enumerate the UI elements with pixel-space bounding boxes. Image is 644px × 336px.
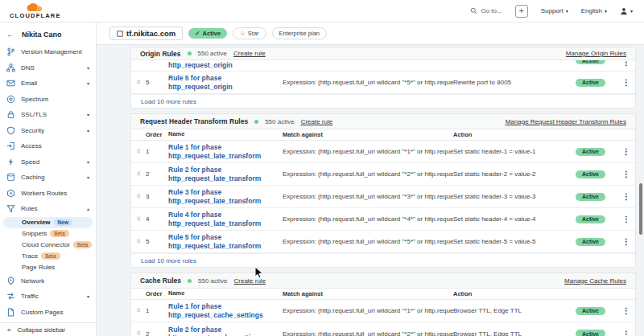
page-icon [6, 308, 15, 317]
sidebar-item-security[interactable]: Security ▾ [0, 123, 96, 139]
rule-name-link[interactable]: http_request_origin [168, 60, 283, 70]
drag-handle-icon[interactable]: ⠿ [131, 239, 146, 245]
kebab-menu-icon[interactable]: ⋮ [617, 147, 635, 156]
domain-label: tf.nikitac.com [126, 29, 175, 38]
sidebar-item-label: Custom Pages [21, 309, 63, 316]
rule-name-link[interactable]: Rule 3 for phase http_request_late_trans… [168, 188, 283, 205]
collapse-sidebar-button[interactable]: « Collapse sidebar [0, 322, 96, 336]
rule-name-link[interactable]: Rule 5 for phase http_request_origin [168, 74, 283, 91]
sidebar-subitem-cloud-connector[interactable]: Cloud Connector Beta [0, 240, 96, 251]
drag-handle-icon[interactable]: ⠿ [131, 308, 146, 314]
rule-name-line1: Rule 2 for phase [168, 326, 283, 334]
manage-rht-rules-link[interactable]: Manage Request Header Transform Rules [506, 118, 626, 125]
drag-handle-icon[interactable]: ⠿ [131, 149, 146, 155]
status-badge: Active [576, 330, 605, 336]
status-badge: Active [576, 238, 605, 246]
sidebar-item-access[interactable]: Access [0, 138, 96, 154]
rule-order: 5 [146, 238, 168, 245]
sidebar-item-label: DNS [21, 64, 35, 72]
star-button[interactable]: ☆ Star [233, 27, 266, 39]
table-row: ⠿ 1 Rule 1 for phase http_request_cache_… [131, 300, 635, 322]
support-menu[interactable]: Support ▾ [541, 7, 568, 14]
rule-name-link[interactable]: Rule 1 for phase http_request_late_trans… [168, 143, 283, 160]
zone-domain[interactable]: tf.nikitac.com [109, 27, 183, 40]
rule-name-link[interactable]: Rule 5 for phase http_request_late_trans… [168, 233, 283, 250]
rule-name-line1: Rule 5 for phase [168, 74, 283, 83]
rule-name-line1: Rule 2 for phase [168, 166, 283, 174]
site-icon [117, 31, 123, 37]
sidebar-item-rules[interactable]: Rules ▴ [0, 201, 96, 217]
kebab-menu-icon[interactable]: ⋮ [617, 78, 635, 87]
sidebar-item-email[interactable]: Email ▾ [0, 76, 96, 92]
table-row: ⠿ 5 Rule 5 for phase http_request_late_t… [131, 231, 635, 253]
rule-match: Expression: (http.request.full_uri wildc… [283, 238, 453, 245]
add-site-button[interactable]: + [515, 5, 528, 18]
table-column-headers: Order Name Match against Action [131, 129, 635, 141]
goto-search[interactable]: Go to... [470, 7, 502, 14]
create-rule-link[interactable]: Create rule [301, 118, 333, 125]
sidebar-item-dns[interactable]: DNS ▾ [0, 60, 96, 76]
sidebar-item-speed[interactable]: Speed ▾ [0, 154, 96, 170]
load-more-rules-link[interactable]: Load 10 more rules [131, 94, 635, 108]
status-badge: Active [576, 307, 605, 315]
request-header-transform-section: Request Header Transform Rules 550 activ… [130, 113, 636, 268]
rule-order: 2 [146, 170, 168, 178]
sidebar-subitem-overview[interactable]: Overview New [3, 217, 93, 228]
drag-handle-icon[interactable]: ⠿ [131, 330, 146, 336]
kebab-menu-icon[interactable]: ⋮ [617, 60, 635, 67]
workers-icon [6, 189, 15, 198]
rule-name-link[interactable]: Rule 4 for phase http_request_late_trans… [168, 211, 283, 227]
account-menu[interactable]: ▾ [620, 7, 633, 15]
sidebar-subitem-trace[interactable]: Trace Beta [0, 251, 96, 262]
table-row: ⠿ 1 Rule 1 for phase http_request_late_t… [131, 141, 635, 163]
kebab-menu-icon[interactable]: ⋮ [617, 170, 635, 178]
drag-handle-icon[interactable]: ⠿ [131, 216, 146, 223]
sidebar-item-custom-pages[interactable]: Custom Pages [0, 305, 96, 321]
back-arrow-icon[interactable]: ← [6, 30, 14, 39]
kebab-menu-icon[interactable]: ⋮ [617, 192, 635, 201]
rule-name-link[interactable]: Rule 2 for phase http_request_late_trans… [168, 166, 283, 182]
load-more-rules-link[interactable]: Load 10 more rules [131, 253, 635, 267]
sidebar-item-network[interactable]: Network [0, 273, 96, 289]
kebab-menu-icon[interactable]: ⋮ [617, 237, 635, 246]
database-icon [6, 173, 15, 182]
sidebar-item-caching[interactable]: Caching ▾ [0, 170, 96, 186]
sidebar-subitem-snippets[interactable]: Snippets Beta [0, 228, 96, 240]
new-badge: New [54, 219, 72, 226]
kebab-menu-icon[interactable]: ⋮ [617, 306, 635, 315]
kebab-menu-icon[interactable]: ⋮ [617, 330, 635, 336]
manage-cache-rules-link[interactable]: Manage Cache Rules [564, 277, 626, 285]
rule-name-line1: Rule 1 for phase [168, 302, 283, 311]
account-header[interactable]: ← Nikita Cano [0, 23, 96, 44]
create-rule-link[interactable]: Create rule [234, 277, 266, 285]
section-title: Cache Rules [140, 277, 181, 285]
sidebar-item-label: Traffic [21, 293, 39, 300]
cloudflare-logo[interactable]: CLOUDFLARE [10, 3, 61, 19]
branch-icon [6, 47, 15, 56]
rule-name-link[interactable]: Rule 1 for phase http_request_cache_sett… [168, 302, 283, 319]
sidebar-item-traffic[interactable]: Traffic ▾ [0, 289, 96, 305]
kebab-menu-icon[interactable]: ⋮ [617, 215, 635, 223]
drag-handle-icon[interactable]: ⠿ [131, 194, 146, 200]
chevron-up-icon: ▴ [87, 206, 89, 211]
sidebar-subitem-page-rules[interactable]: Page Rules [0, 262, 96, 273]
sidebar-item-label: Caching [21, 174, 44, 181]
rule-action: Set static header-5 = value-5 [453, 238, 576, 245]
vertical-scrollbar[interactable] [639, 183, 642, 235]
create-rule-link[interactable]: Create rule [233, 50, 266, 57]
sidebar-item-spectrum[interactable]: Spectrum [0, 92, 96, 108]
language-menu[interactable]: English ▾ [581, 7, 607, 14]
section-title: Request Header Transform Rules [140, 117, 248, 125]
spectrum-icon [6, 95, 15, 104]
sidebar-item-workers-routes[interactable]: Workers Routes [0, 186, 96, 202]
name-column-header: Name [168, 289, 283, 298]
sidebar-item-ssl-tls[interactable]: SSL/TLS ▾ [0, 107, 96, 123]
drag-handle-icon[interactable]: ⠿ [131, 80, 146, 86]
rule-name-line2: http_request_origin [168, 83, 283, 92]
manage-origin-rules-link[interactable]: Manage Origin Rules [566, 50, 626, 57]
drag-handle-icon[interactable]: ⠿ [131, 171, 146, 178]
status-badge: Active [576, 170, 605, 178]
sidebar-item-version-management[interactable]: Version Management [0, 44, 96, 60]
rule-name-link[interactable]: Rule 2 for phase http_request_cache_sett… [168, 326, 283, 336]
order-column-header: Order [146, 131, 168, 138]
